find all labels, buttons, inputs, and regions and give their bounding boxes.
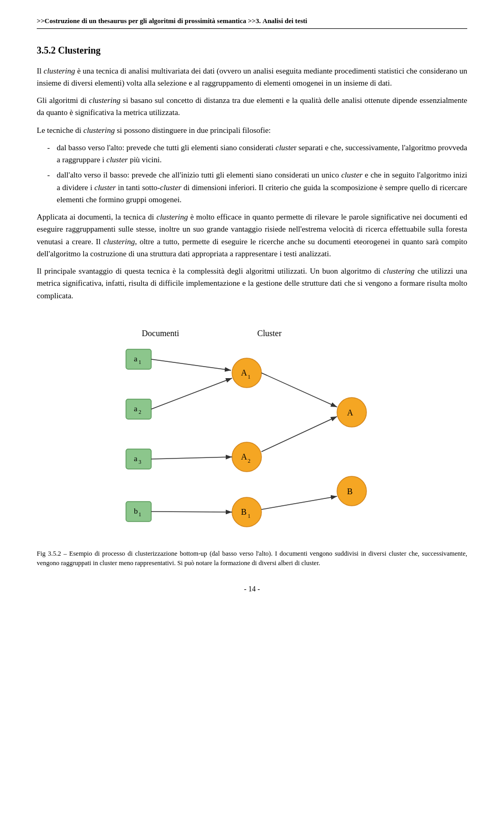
- svg-text:a: a: [134, 404, 138, 413]
- breadcrumb-bold: Analisi dei testi: [262, 17, 307, 25]
- arrow-B1-B: [261, 496, 337, 509]
- paragraph-3-intro: Le tecniche di clustering si possono dis…: [37, 124, 467, 137]
- paragraph-2: Gli algoritmi di clustering si basano su…: [37, 95, 467, 119]
- svg-text:1: 1: [139, 359, 141, 365]
- svg-text:A: A: [241, 368, 247, 377]
- paragraph-5: Il principale svantaggio di questa tecni…: [37, 265, 467, 302]
- fig-caption: Fig 3.5.2 – Esempio di processo di clust…: [37, 549, 467, 568]
- arrow-b1-B1: [151, 512, 232, 512]
- svg-text:1: 1: [248, 374, 250, 380]
- node-B1: [232, 497, 261, 527]
- documenti-label: Documenti: [142, 329, 180, 338]
- cluster-label: Cluster: [257, 329, 282, 338]
- arrow-A2-A: [261, 416, 337, 452]
- bullet-list: dal basso verso l'alto: prevede che tutt…: [47, 142, 467, 206]
- breadcrumb: >>Costruzione di un thesaurus per gli al…: [37, 16, 467, 29]
- arrow-a2-A1: [151, 378, 232, 409]
- bullet-item-2: dall'alto verso il basso: prevede che al…: [47, 169, 467, 206]
- svg-text:2: 2: [139, 409, 141, 415]
- svg-text:1: 1: [248, 513, 250, 519]
- section-title: 3.5.2 Clustering: [37, 44, 467, 58]
- svg-text:a: a: [134, 454, 138, 463]
- breadcrumb-prefix: >>Costruzione di un thesaurus per gli al…: [37, 17, 261, 25]
- diagram-container: Documenti Cluster a 1 a 2 a 3 b 1: [37, 323, 467, 544]
- arrow-A1-A: [261, 373, 337, 407]
- bullet-item-1: dal basso verso l'alto: prevede che tutt…: [47, 142, 467, 166]
- paragraph-4: Applicata ai documenti, la tecnica di cl…: [37, 211, 467, 260]
- svg-text:2: 2: [248, 458, 250, 464]
- svg-text:a: a: [134, 355, 138, 363]
- arrow-a3-A2: [151, 457, 232, 459]
- svg-text:B: B: [241, 507, 247, 516]
- svg-text:A: A: [241, 452, 247, 461]
- clustering-diagram: Documenti Cluster a 1 a 2 a 3 b 1: [94, 323, 410, 544]
- svg-text:B: B: [347, 487, 353, 496]
- svg-text:1: 1: [139, 512, 141, 517]
- paragraph-1: Il clustering è una tecnica di analisi m…: [37, 65, 467, 90]
- page-number: - 14 -: [37, 584, 467, 595]
- arrow-a1-A1: [151, 359, 231, 370]
- svg-text:b: b: [134, 507, 138, 515]
- diagram-area: Documenti Cluster a 1 a 2 a 3 b 1: [37, 323, 467, 568]
- svg-text:A: A: [347, 408, 353, 417]
- svg-text:3: 3: [139, 459, 141, 465]
- page: >>Costruzione di un thesaurus per gli al…: [0, 0, 504, 626]
